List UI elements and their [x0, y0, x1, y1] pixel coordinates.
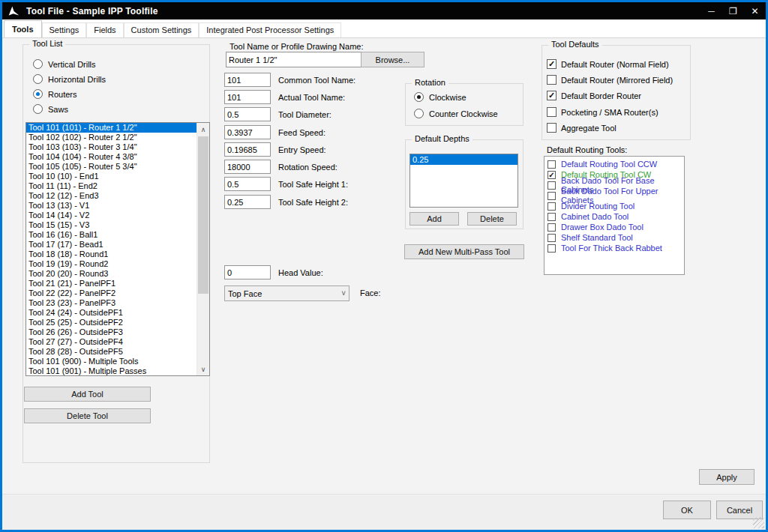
tab-fields[interactable]: Fields	[86, 22, 123, 37]
checkbox-default-border-router[interactable]	[547, 91, 556, 100]
face-label: Face:	[360, 288, 381, 297]
checkbox-default-router-mirrored[interactable]	[547, 75, 556, 85]
radio-routers-label: Routers	[48, 90, 77, 99]
scrollbar-thumb[interactable]	[198, 136, 208, 294]
apply-button[interactable]: Apply	[699, 469, 754, 485]
routing-tool-checkbox[interactable]	[548, 213, 556, 221]
tool-list-item[interactable]: Tool 28 (28) - OutsidePF5	[26, 347, 196, 357]
routing-tool-checkbox[interactable]	[548, 181, 556, 190]
tool-diameter-input[interactable]	[224, 107, 271, 121]
tab-custom-settings[interactable]: Custom Settings	[124, 22, 200, 37]
tool-list-item[interactable]: Tool 14 (14) - V2	[26, 211, 196, 220]
checkbox-default-router-normal-label: Default Router (Normal Field)	[561, 60, 669, 69]
scroll-down-icon[interactable]: ∨	[197, 363, 209, 375]
routing-tool-checkbox[interactable]	[548, 234, 556, 242]
routing-tool-item[interactable]: Drawer Box Dado Tool	[544, 222, 684, 232]
tool-listbox[interactable]: Tool 101 (101) - Router 1 1/2" Tool 102 …	[26, 122, 210, 376]
head-value-input[interactable]	[224, 265, 271, 279]
tool-listbox-items: Tool 101 (101) - Router 1 1/2" Tool 102 …	[26, 123, 196, 375]
routing-tool-checkbox[interactable]	[548, 171, 556, 179]
tool-list-item[interactable]: Tool 101 (901) - Multiple Passes	[26, 366, 196, 375]
minimize-button[interactable]: ─	[700, 2, 722, 19]
tool-list-item[interactable]: Tool 105 (105) - Router 5 3/4"	[26, 162, 196, 172]
tool-list-item[interactable]: Tool 26 (26) - OutsidePF3	[26, 327, 196, 337]
tool-list-item[interactable]: Tool 24 (24) - OutsidePF1	[26, 308, 196, 318]
tool-list-item[interactable]: Tool 104 (104) - Router 4 3/8"	[26, 152, 196, 162]
head-value-label: Head Value:	[278, 268, 323, 277]
checkbox-aggregate-tool[interactable]	[547, 123, 556, 133]
scroll-up-icon[interactable]: ∧	[197, 123, 209, 136]
resize-grip[interactable]	[753, 517, 764, 528]
radio-clockwise-label: Clockwise	[429, 93, 466, 102]
checkbox-pocketing-sma[interactable]	[547, 107, 556, 117]
tool-list-item[interactable]: Tool 102 (102) - Router 2 1/2"	[26, 133, 196, 142]
checkbox-default-router-normal[interactable]	[547, 59, 556, 69]
window-title: Tool File - Sample IPP Toolfile	[26, 6, 158, 16]
feed-speed-input[interactable]	[224, 125, 271, 139]
tool-list-item[interactable]: Tool 16 (16) - Ball1	[26, 230, 196, 240]
routing-tool-checkbox[interactable]	[548, 160, 556, 169]
depth-list-item[interactable]: 0.25	[410, 154, 518, 165]
routing-tool-item[interactable]: Tool For Thick Back Rabbet	[544, 243, 684, 253]
entry-speed-input[interactable]	[224, 142, 271, 157]
tool-list-item[interactable]: Tool 12 (12) - End3	[26, 191, 196, 201]
tool-list-item[interactable]: Tool 10 (10) - End1	[26, 172, 196, 181]
tab-settings[interactable]: Settings	[42, 22, 87, 37]
tool-list-item[interactable]: Tool 101 (101) - Router 1 1/2"	[26, 123, 196, 133]
tool-list-item[interactable]: Tool 19 (19) - Round2	[26, 259, 196, 269]
tab-ipp-settings[interactable]: Integrated Post Processor Settings	[199, 22, 341, 37]
tab-tools[interactable]: Tools	[4, 20, 42, 37]
tool-list-item[interactable]: Tool 21 (21) - PanelPF1	[26, 279, 196, 288]
face-combo-value: Top Face	[228, 289, 262, 298]
tool-list-item[interactable]: Tool 11 (11) - End2	[26, 181, 196, 191]
actual-tool-name-label: Actual Tool Name:	[278, 93, 345, 102]
depth-delete-button[interactable]: Delete	[467, 212, 517, 226]
tool-list-item[interactable]: Tool 18 (18) - Round1	[26, 250, 196, 259]
face-combo[interactable]: Top Face ˅	[224, 285, 350, 301]
tool-list-item[interactable]: Tool 103 (103) - Router 3 1/4"	[26, 142, 196, 152]
tool-name-input[interactable]	[226, 52, 362, 67]
tool-safe-height-1-input[interactable]	[224, 177, 271, 191]
dialog-window: Tool File - Sample IPP Toolfile ─ ❐ ✕ To…	[0, 0, 768, 532]
routing-tool-label: Divider Routing Tool	[561, 202, 634, 211]
tool-list-item[interactable]: Tool 17 (17) - Bead1	[26, 240, 196, 250]
maximize-button[interactable]: ❐	[722, 2, 744, 19]
routing-tool-checkbox[interactable]	[548, 223, 556, 232]
tool-safe-height-2-input[interactable]	[224, 195, 271, 209]
common-tool-name-input[interactable]	[224, 73, 271, 87]
routing-tool-item[interactable]: Cabinet Dado Tool	[544, 211, 684, 222]
browse-button[interactable]: Browse...	[361, 52, 424, 67]
routing-tool-label: Default Routing Tool CCW	[561, 160, 657, 169]
tool-list-scrollbar[interactable]: ∧ ∨	[196, 123, 209, 375]
routing-tool-label: Cabinet Dado Tool	[561, 212, 628, 221]
routing-tool-checkbox[interactable]	[548, 192, 556, 200]
routing-tool-checkbox[interactable]	[548, 244, 556, 253]
depth-add-button[interactable]: Add	[410, 212, 459, 226]
default-routing-tools-label: Default Routing Tools:	[547, 145, 627, 154]
routing-tool-item[interactable]: Shelf Standard Tool	[544, 232, 684, 243]
delete-tool-button[interactable]: Delete Tool	[24, 408, 151, 423]
routing-tool-item[interactable]: Default Routing Tool CCW	[544, 159, 684, 169]
default-depths-listbox[interactable]: 0.25	[410, 154, 518, 208]
ok-button[interactable]: OK	[663, 501, 711, 519]
tool-list-item[interactable]: Tool 13 (13) - V1	[26, 201, 196, 211]
rotation-speed-input[interactable]	[224, 160, 271, 174]
dialog-footer: OK Cancel	[2, 494, 766, 530]
rotation-group-label: Rotation	[412, 78, 448, 87]
tool-list-item[interactable]: Tool 15 (15) - V3	[26, 220, 196, 230]
checkbox-pocketing-sma-label: Pocketing / SMA Router(s)	[561, 108, 658, 117]
tool-list-item[interactable]: Tool 101 (900) - Multiple Tools	[26, 357, 196, 366]
tool-list-item[interactable]: Tool 25 (25) - OutsidePF2	[26, 318, 196, 327]
radio-counter-clockwise-label: Counter Clockwise	[429, 109, 498, 118]
close-button[interactable]: ✕	[744, 2, 766, 19]
actual-tool-name-input[interactable]	[224, 90, 271, 104]
routing-tool-item[interactable]: Back Dado Tool For Upper Cabinets	[544, 190, 684, 201]
tool-list-item[interactable]: Tool 23 (23) - PanelPF3	[26, 298, 196, 308]
tool-list-item[interactable]: Tool 22 (22) - PanelPF2	[26, 288, 196, 298]
tool-list-item[interactable]: Tool 20 (20) - Round3	[26, 269, 196, 279]
routing-tool-checkbox[interactable]	[548, 202, 556, 211]
add-multi-pass-tool-button[interactable]: Add New Multi-Pass Tool	[404, 244, 524, 259]
add-tool-button[interactable]: Add Tool	[24, 387, 151, 402]
tool-list-item[interactable]: Tool 27 (27) - OutsidePF4	[26, 337, 196, 347]
default-routing-tools-listbox[interactable]: Default Routing Tool CCW Default Routing…	[544, 156, 685, 275]
